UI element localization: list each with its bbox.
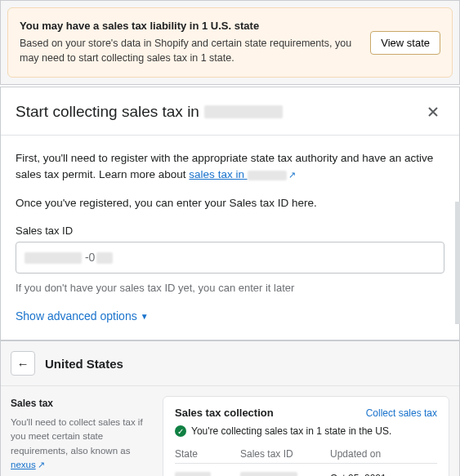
row-actions-button[interactable]: ••• [412, 473, 437, 477]
settings-body: Sales tax You'll need to collect sales t… [1, 386, 459, 476]
tax-settings-panel: ← United States Sales tax You'll need to… [0, 340, 460, 476]
modal-instruction: Once you've registered, you can enter yo… [16, 195, 444, 211]
sales-tax-id-label: Sales tax ID [16, 223, 444, 239]
col-actions [412, 448, 437, 460]
col-updated: Updated on [330, 448, 412, 460]
redacted-state [175, 472, 211, 476]
external-link-icon: ↗ [288, 170, 296, 180]
alert-text: You may have a sales tax liability in 1 … [20, 20, 359, 65]
collection-status: ✓ You're collecting sales tax in 1 state… [175, 425, 437, 437]
card-header: Sales tax collection Collect sales tax [175, 407, 437, 419]
tax-liability-alert: You may have a sales tax liability in 1 … [7, 7, 453, 78]
nexus-text: You'll need to collect sales tax if you … [11, 417, 143, 456]
country-title: United States [45, 357, 123, 371]
settings-header: ← United States [1, 341, 459, 386]
redacted-tax-id-part1 [25, 252, 82, 264]
redacted-tax-id-part2 [96, 252, 113, 264]
close-button[interactable] [422, 100, 444, 123]
close-icon [426, 105, 440, 119]
sales-tax-collection-card: Sales tax collection Collect sales tax ✓… [163, 396, 449, 476]
table-header: State Sales tax ID Updated on [175, 445, 437, 464]
check-circle-icon: ✓ [175, 425, 186, 437]
modal-title: Start collecting sales tax in [16, 103, 422, 121]
caret-down-icon: ▼ [141, 310, 149, 323]
sales-tax-id-input[interactable]: -0 [16, 242, 444, 274]
background-sliver [455, 202, 460, 324]
redacted-tax-id [240, 472, 297, 476]
show-advanced-options[interactable]: Show advanced options ▼ [16, 308, 149, 325]
alert-body: Based on your store's data in Shopify an… [20, 37, 359, 65]
table-row: Oct 25, 2021 ••• [175, 464, 437, 476]
redacted-link-state [248, 171, 287, 180]
col-state: State [175, 448, 240, 460]
collect-sales-tax-link[interactable]: Collect sales tax [366, 407, 437, 419]
nexus-link[interactable]: nexus [11, 460, 36, 469]
tax-id-visible-fragment: -0 [82, 249, 95, 266]
collect-sales-tax-modal: Start collecting sales tax in First, you… [0, 87, 460, 340]
modal-intro: First, you'll need to register with the … [16, 150, 444, 184]
back-button[interactable]: ← [11, 351, 35, 376]
advanced-label: Show advanced options [16, 308, 137, 325]
alert-title: You may have a sales tax liability in 1 … [20, 20, 359, 32]
col-tax-id: Sales tax ID [240, 448, 330, 460]
modal-title-prefix: Start collecting sales tax in [16, 103, 199, 121]
external-link-icon: ↗ [38, 460, 45, 469]
tax-liability-panel: You may have a sales tax liability in 1 … [0, 0, 460, 85]
nexus-paragraph: You'll need to collect sales tax if you … [11, 416, 150, 472]
status-text: You're collecting sales tax in 1 state i… [191, 425, 391, 437]
arrow-left-icon: ← [17, 357, 29, 371]
card-title: Sales tax collection [175, 407, 366, 419]
states-table: State Sales tax ID Updated on Oct 25, 20… [175, 445, 437, 476]
section-heading: Sales tax [11, 396, 150, 411]
cell-state [175, 472, 240, 476]
tax-id-hint: If you don't have your sales tax ID yet,… [16, 280, 444, 296]
settings-description: Sales tax You'll need to collect sales t… [11, 396, 150, 476]
modal-body: First, you'll need to register with the … [1, 136, 459, 340]
view-state-button[interactable]: View state [370, 31, 440, 55]
redacted-state-name [204, 105, 283, 118]
sales-tax-state-link[interactable]: sales tax in [189, 168, 286, 180]
modal-header: Start collecting sales tax in [1, 87, 459, 136]
link-text: sales tax in [189, 168, 244, 180]
cell-updated: Oct 25, 2021 [330, 473, 412, 477]
cell-tax-id [240, 472, 330, 476]
